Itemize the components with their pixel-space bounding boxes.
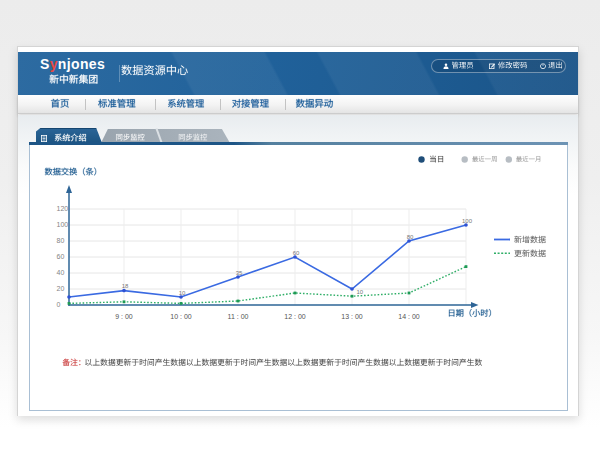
svg-text:0: 0 (57, 301, 61, 308)
svg-text:35: 35 (236, 270, 243, 276)
svg-text:12 : 00: 12 : 00 (284, 313, 306, 320)
svg-text:18: 18 (122, 283, 129, 289)
svg-text:120: 120 (57, 205, 69, 212)
svg-text:40: 40 (57, 269, 65, 276)
svg-text:20: 20 (57, 285, 65, 292)
svg-text:100: 100 (462, 218, 473, 224)
svg-text:11 : 00: 11 : 00 (228, 313, 249, 320)
svg-text:60: 60 (293, 250, 300, 256)
svg-text:100: 100 (57, 221, 69, 228)
svg-text:10: 10 (179, 290, 186, 296)
svg-text:14 : 00: 14 : 00 (398, 313, 420, 320)
svg-text:80: 80 (407, 234, 414, 240)
svg-text:9 : 00: 9 : 00 (115, 313, 133, 320)
svg-text:10: 10 (357, 289, 364, 295)
svg-text:80: 80 (57, 237, 65, 244)
svg-text:10 : 00: 10 : 00 (170, 313, 192, 320)
svg-text:13 : 00: 13 : 00 (341, 313, 363, 320)
svg-text:60: 60 (57, 253, 65, 260)
